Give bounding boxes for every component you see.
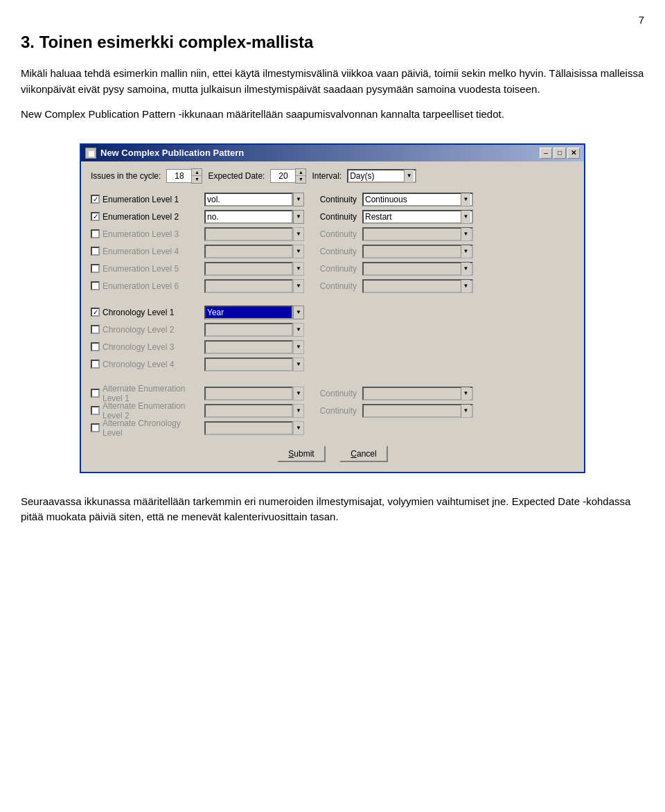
enum-level-4-checkbox-label[interactable]: Enumeration Level 4: [91, 247, 202, 256]
enum-level-3-label: Enumeration Level 3: [103, 229, 179, 239]
chrono-level-row-1: Chronology Level 1 Year ▼: [91, 305, 574, 320]
expected-down-arrow[interactable]: ▼: [296, 176, 305, 183]
enum-level-5-checkbox[interactable]: [91, 264, 100, 273]
issues-down-arrow[interactable]: ▼: [192, 176, 202, 183]
enum-level-6-continuity-dropdown: ▼: [362, 279, 473, 293]
interval-value: Day(s): [350, 171, 374, 181]
enum-level-5-continuity-arrow: ▼: [461, 263, 470, 275]
enum-level-2-checkbox[interactable]: [91, 212, 100, 221]
minimize-button[interactable]: –: [540, 148, 552, 159]
alt-enum-level-2-dropdown-arrow: ▼: [293, 404, 304, 418]
chrono-level-1-dropdown-arrow[interactable]: ▼: [293, 306, 304, 319]
enum-level-6-checkbox-label[interactable]: Enumeration Level 6: [91, 281, 202, 291]
enum-level-3-checkbox-label[interactable]: Enumeration Level 3: [91, 229, 202, 239]
expected-date-spin-input[interactable]: ▲ ▼: [270, 168, 306, 184]
paragraph-1: Mikäli haluaa tehdä esimerkin mallin nii…: [21, 66, 644, 97]
chrono-level-1-input-container[interactable]: Year ▼: [204, 306, 307, 319]
chrono-level-3-checkbox[interactable]: [91, 342, 100, 351]
maximize-button[interactable]: □: [553, 148, 566, 159]
alt-chrono-checkbox[interactable]: [91, 423, 100, 432]
enum-level-1-dropdown-arrow[interactable]: ▼: [293, 193, 304, 206]
chrono-level-row-4: Chronology Level 4 ▼: [91, 357, 574, 372]
enumeration-levels: Enumeration Level 1 ▼ Continuity Continu…: [91, 192, 574, 294]
expected-date-field[interactable]: [270, 169, 295, 183]
enum-level-1-input-container[interactable]: ▼: [204, 193, 307, 206]
enum-level-2-continuity-arrow[interactable]: ▼: [461, 211, 470, 223]
alt-enum-level-2-continuity-dropdown: ▼: [362, 404, 473, 418]
alt-enum-level-2-continuity-arrow: ▼: [461, 405, 470, 417]
enum-level-3-input-container: ▼: [204, 227, 307, 241]
alt-enum-level-2-label: Alternate Enumeration Level 2: [103, 401, 202, 421]
chrono-level-2-checkbox[interactable]: [91, 325, 100, 334]
alternate-enumeration-levels: Alternate Enumeration Level 1 ▼ Continui…: [91, 386, 574, 436]
paragraph-3: Seuraavassa ikkunassa määritellään tarke…: [21, 494, 644, 525]
alt-enum-level-2-checkbox[interactable]: [91, 406, 100, 415]
alt-enum-level-1-checkbox[interactable]: [91, 389, 100, 398]
issues-up-arrow[interactable]: ▲: [192, 169, 202, 176]
section-divider-1: [91, 299, 574, 305]
alt-enum-level-1-continuity-label: Continuity: [310, 389, 360, 398]
submit-label: Submit: [288, 449, 314, 459]
cancel-label: Cancel: [351, 449, 376, 459]
chrono-level-row-2: Chronology Level 2 ▼: [91, 322, 574, 337]
enum-level-row-1: Enumeration Level 1 ▼ Continuity Continu…: [91, 192, 574, 207]
interval-dropdown-arrow[interactable]: ▼: [404, 170, 414, 182]
issues-spin-input[interactable]: ▲ ▼: [166, 168, 202, 184]
expected-date-arrows[interactable]: ▲ ▼: [295, 168, 306, 184]
enum-level-5-continuity-dropdown: ▼: [362, 262, 473, 276]
alt-enum-level-2-checkbox-label[interactable]: Alternate Enumeration Level 2: [91, 401, 202, 421]
chronology-levels: Chronology Level 1 Year ▼ Chronology Lev…: [91, 305, 574, 372]
enum-level-1-checkbox-label[interactable]: Enumeration Level 1: [91, 195, 202, 204]
enum-level-4-checkbox[interactable]: [91, 247, 100, 256]
chrono-level-3-checkbox-label[interactable]: Chronology Level 3: [91, 342, 202, 352]
chrono-level-4-checkbox[interactable]: [91, 360, 100, 369]
chrono-level-1-checkbox[interactable]: [91, 308, 100, 317]
enum-level-1-input[interactable]: [204, 193, 293, 206]
enum-level-3-continuity-dropdown: ▼: [362, 227, 473, 241]
top-row: Issues in the cycle: ▲ ▼ Expected Date: …: [91, 168, 574, 184]
enum-level-5-checkbox-label[interactable]: Enumeration Level 5: [91, 264, 202, 274]
chrono-level-1-checkbox-label[interactable]: Chronology Level 1: [91, 308, 202, 317]
button-row: Submit Cancel: [91, 445, 574, 462]
enum-level-2-continuity-dropdown[interactable]: Restart ▼: [362, 210, 473, 224]
chrono-level-4-checkbox-label[interactable]: Chronology Level 4: [91, 360, 202, 369]
enum-level-row-6: Enumeration Level 6 ▼ Continuity ▼: [91, 279, 574, 294]
enum-level-3-dropdown-arrow: ▼: [293, 227, 304, 241]
expected-date-label: Expected Date:: [208, 171, 265, 181]
enum-level-2-dropdown-arrow[interactable]: ▼: [293, 210, 304, 224]
interval-dropdown[interactable]: Day(s) ▼: [347, 169, 416, 183]
chrono-level-3-dropdown-arrow: ▼: [293, 340, 304, 354]
alt-chrono-label: Alternate Chronology Level: [103, 418, 202, 438]
enum-level-2-checkbox-label[interactable]: Enumeration Level 2: [91, 212, 202, 222]
alt-enum-level-1-checkbox-label[interactable]: Alternate Enumeration Level 1: [91, 384, 202, 403]
enum-level-1-continuity-arrow[interactable]: ▼: [461, 193, 470, 206]
chrono-level-4-input-container: ▼: [204, 358, 307, 371]
dialog-content: Issues in the cycle: ▲ ▼ Expected Date: …: [81, 161, 584, 472]
titlebar-buttons: – □ ✕: [540, 148, 580, 159]
enum-level-4-dropdown-arrow: ▼: [293, 245, 304, 258]
issues-arrows[interactable]: ▲ ▼: [191, 168, 202, 184]
alt-chrono-checkbox-label[interactable]: Alternate Chronology Level: [91, 418, 202, 438]
enum-level-1-continuity-dropdown[interactable]: Continuous ▼: [362, 193, 473, 206]
submit-button[interactable]: Submit: [277, 445, 326, 462]
interval-label: Interval:: [312, 171, 342, 181]
alt-enum-level-row-2: Alternate Enumeration Level 2 ▼ Continui…: [91, 403, 574, 418]
cancel-button[interactable]: Cancel: [339, 445, 388, 462]
chrono-level-2-input: [204, 323, 293, 337]
chrono-level-1-value: Year: [207, 308, 224, 317]
enum-level-1-checkbox[interactable]: [91, 195, 100, 204]
dialog-window: ▦ New Complex Publication Pattern – □ ✕ …: [80, 143, 585, 473]
chrono-level-2-checkbox-label[interactable]: Chronology Level 2: [91, 325, 202, 335]
chrono-level-1-input-selected[interactable]: Year: [204, 306, 293, 319]
chrono-level-1-label: Chronology Level 1: [103, 308, 174, 317]
enum-level-3-checkbox[interactable]: [91, 229, 100, 238]
enum-level-4-input-container: ▼: [204, 245, 307, 258]
expected-up-arrow[interactable]: ▲: [296, 169, 305, 176]
close-button[interactable]: ✕: [567, 148, 580, 159]
chrono-level-4-label: Chronology Level 4: [103, 360, 174, 369]
issues-field[interactable]: [166, 169, 191, 183]
enum-level-6-checkbox[interactable]: [91, 281, 100, 290]
enum-level-2-input[interactable]: [204, 210, 293, 224]
enum-level-2-input-container[interactable]: ▼: [204, 210, 307, 224]
alt-enum-level-1-continuity-arrow: ▼: [461, 387, 470, 400]
